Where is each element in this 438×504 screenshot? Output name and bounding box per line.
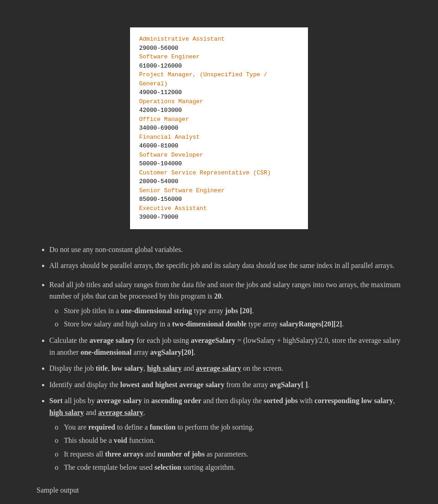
- bullet-3-suffix: .: [221, 292, 223, 300]
- sub2-bold1: two-dimensional double: [172, 320, 246, 328]
- sub5-prefix: It requests all: [64, 450, 105, 458]
- sub3-mid: to define a: [115, 423, 150, 431]
- bullet7-mid1: all jobs by: [63, 397, 97, 404]
- bullet7-suffix: .: [143, 409, 145, 416]
- sub5-mid: and: [143, 450, 157, 458]
- bullet6-suffix: .: [308, 381, 310, 388]
- sub-item-5: It requests all three arrays and number …: [64, 448, 402, 460]
- bullet7-bold5: corresponding low salary: [314, 397, 393, 404]
- sub1-bold2: jobs [20]: [225, 307, 252, 315]
- sub1-prefix: Store job titles in a: [64, 307, 121, 315]
- main-bullet-list: Do not use any non-constant global varia…: [36, 244, 402, 272]
- bullet6-prefix: Identify and display the: [49, 381, 120, 388]
- sub4-bold: void: [114, 436, 127, 444]
- sub2-suffix: .: [342, 320, 344, 328]
- code-line-5: Project Manager, (Unspecified Type / Gen…: [139, 71, 267, 87]
- sub1-middle: type array: [192, 307, 225, 315]
- code-line-1: Administrative Assistant: [139, 36, 224, 42]
- sub5-suffix: as parameters.: [205, 450, 249, 458]
- sub-item-6: The code template below used selection s…: [64, 462, 402, 473]
- sub-list-1: Store job titles in a one-dimensional st…: [49, 305, 402, 330]
- sub4-prefix: This should be a: [64, 436, 114, 444]
- sub3-suffix: to perform the job sorting.: [176, 423, 254, 431]
- bullet7-bold2: average salary: [97, 397, 142, 404]
- code-line-12: 46000-81000: [139, 142, 178, 149]
- sub2-middle: type array: [246, 320, 279, 328]
- bullet6-mid: from the array: [224, 381, 270, 388]
- bullet5-bold2: low salary: [111, 364, 143, 372]
- bullet5-sep2: ,: [143, 364, 147, 372]
- code-line-18: 85000-156000: [139, 196, 182, 203]
- code-line-15: Customer Service Representative (CSR): [139, 169, 271, 176]
- sub3-bold2: function: [150, 423, 176, 431]
- sub2-bold2: salaryRanges[20][2]: [280, 320, 342, 328]
- sub-list-2: You are required to define a function to…: [49, 421, 402, 473]
- bullet5-bold1: title: [96, 364, 108, 372]
- sub3-bold: required: [88, 423, 115, 431]
- bullet5-sep3: and: [182, 364, 196, 372]
- bullet5-bold4: average salary: [196, 364, 241, 372]
- bullet5-bold3: high salary: [147, 364, 182, 372]
- bullet4-eq: = (lowSalary + highSalary)/2.0: [235, 336, 328, 344]
- bullet4-bold1: average salary: [89, 336, 135, 344]
- bullet4-bold2: averageSalary: [191, 336, 235, 344]
- bullet4-mid3: array: [131, 348, 150, 356]
- sub-item-1: Store job titles in a one-dimensional st…: [64, 305, 402, 317]
- code-line-9: Office Manager: [139, 116, 189, 123]
- bullet4-bold4: avgSalary[20]: [150, 348, 193, 356]
- code-block: Administrative Assistant 29000-56000 Sof…: [130, 27, 308, 229]
- sub4-suffix: function.: [127, 436, 155, 444]
- bullet-item-5: Display the job title, low salary, high …: [49, 362, 402, 374]
- bullet-item-3: Read all job titles and salary ranges fr…: [49, 279, 402, 330]
- bullet5-suffix: on the screen.: [241, 364, 283, 372]
- sub1-bold1: one-dimensional string: [121, 307, 192, 315]
- bullet7-sep: ,: [393, 397, 395, 404]
- bullet-1-text: Do not use any non-constant global varia…: [49, 246, 183, 253]
- bullet-3-bold: 20: [214, 292, 221, 300]
- bullet-2-text: All arrays should be parallel arrays, th…: [49, 262, 395, 269]
- bullet-item-6: Identify and display the lowest and high…: [49, 379, 402, 391]
- sub-item-3: You are required to define a function to…: [64, 421, 402, 433]
- sub3-text: You are: [64, 423, 88, 431]
- bullet7-bold7: average salary: [98, 409, 143, 416]
- bullet6-bold2: avgSalary[ ]: [270, 381, 308, 388]
- bullet4-prefix: Calculate the: [49, 336, 89, 344]
- sample-output: Sample output: [36, 484, 402, 496]
- bullet-item-4: Calculate the average salary for each jo…: [49, 335, 402, 358]
- sub-item-2: Store low salary and high salary in a tw…: [64, 318, 402, 330]
- sub2-prefix: Store low salary and high salary in a: [64, 320, 172, 328]
- sub6-prefix: The code template below used: [64, 463, 155, 471]
- bullet4-suffix: .: [193, 348, 195, 356]
- bullet-list-2: Read all job titles and salary ranges fr…: [36, 279, 402, 473]
- sample-output-label: Sample output: [36, 486, 79, 494]
- code-line-14: 50000-104000: [139, 160, 182, 167]
- bullet4-mid1: for each job using: [135, 336, 191, 344]
- bullet7-mid5: and: [84, 409, 98, 416]
- bullet6-bold: lowest and highest average salary: [120, 381, 224, 388]
- code-line-13: Software Developer: [139, 152, 203, 158]
- code-line-7: Operations Manager: [139, 98, 203, 105]
- bullet7-bold4: sorted jobs: [264, 397, 298, 404]
- sub6-suffix: sorting algorithm.: [181, 463, 235, 471]
- bullet7-bold6: high salary: [49, 409, 84, 416]
- code-line-4: 61000-126000: [139, 63, 182, 69]
- sub5-bold1: three arrays: [105, 450, 143, 458]
- sub6-bold: selection: [155, 463, 182, 471]
- code-line-10: 34000-69000: [139, 125, 178, 131]
- code-line-3: Software Engineer: [139, 53, 200, 60]
- bullet-item-1: Do not use any non-constant global varia…: [49, 244, 402, 256]
- code-line-19: Executive Assistant: [139, 205, 207, 212]
- code-line-6: 49000-112000: [139, 89, 182, 96]
- sub1-suffix: .: [252, 307, 254, 315]
- bullet-3-prefix: Read all job titles and salary ranges fr…: [49, 281, 401, 300]
- code-line-16: 28000-54000: [139, 178, 178, 185]
- bullet-item-2: All arrays should be parallel arrays, th…: [49, 260, 402, 272]
- bullet4-bold3: one-dimensional: [80, 348, 131, 356]
- bullet7-bold1: Sort: [49, 397, 63, 404]
- code-line-8: 42000-103000: [139, 107, 182, 114]
- bullet7-mid3: and then display the: [201, 397, 263, 404]
- bullet5-prefix: Display the job: [49, 364, 96, 372]
- bullet7-mid4: with: [298, 397, 314, 404]
- bullet-item-7: Sort all jobs by average salary in ascen…: [49, 395, 402, 473]
- sub5-bold2: number of jobs: [157, 450, 205, 458]
